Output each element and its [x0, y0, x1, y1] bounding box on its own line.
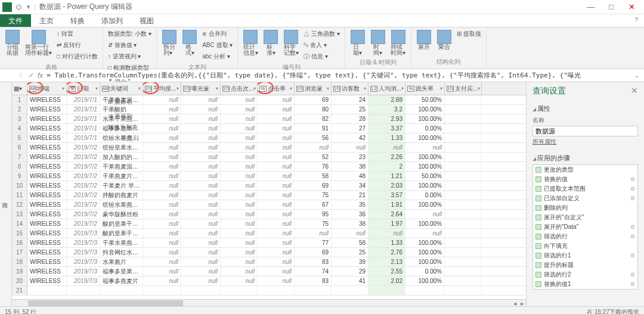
queries-sidebar[interactable]: 查询 [0, 82, 12, 306]
column-header[interactable]: %跳失率▾ [405, 82, 445, 95]
check-icon[interactable]: ✓ [29, 71, 34, 79]
ribbon-button[interactable]: ⇄ 反转行 [55, 40, 99, 51]
tab-transform[interactable]: 转换 [62, 14, 93, 27]
table-row[interactable]: 14WIRELESS2019/7/2酸奶坚果干果...nullnullnulln… [12, 219, 526, 229]
ribbon-button[interactable]: 标 准▾ [262, 29, 280, 57]
collapse-icon[interactable]: 〉 [19, 71, 25, 80]
ribbon-button[interactable]: ⊞ 提取值 [456, 29, 482, 39]
table-row[interactable]: 21 [12, 286, 526, 296]
ribbon-button[interactable]: 聚合 [435, 29, 453, 51]
ribbon-button[interactable]: □ 对行进行计数 [55, 51, 99, 62]
applied-step[interactable]: 提升的标题 [533, 260, 637, 270]
ribbon-button[interactable]: 将第一行 用作标题▾ [24, 29, 53, 57]
table-row[interactable]: 2WIRELESS2019/7/1干果酸奶nullnullnullnull802… [12, 105, 526, 114]
column-header[interactable]: 1²3访客数▾ [332, 82, 369, 95]
column-header[interactable]: 1²3平均搜...▾ [143, 82, 181, 95]
ribbon-button[interactable]: 格 式▾ [181, 29, 199, 57]
all-properties-link[interactable]: 所有属性 [532, 136, 638, 147]
ribbon-button[interactable]: ⊕ 合并列 [201, 29, 234, 39]
ribbon-button[interactable]: △ 三角函数 ▾ [302, 29, 341, 39]
ribbon-button[interactable]: ⇵ 替换值 ▾ [107, 40, 153, 51]
table-row[interactable]: 18WIRELESS2019/7/3水果脆片nullnullnullnull83… [12, 257, 526, 267]
table-row[interactable]: 5WIRELESS2019/7/1缤纷水果燕麦...nullnullnullnu… [12, 133, 526, 143]
column-header[interactable]: 📅日期▾ [67, 82, 100, 95]
ribbon-button[interactable]: 时 间▾ [369, 29, 387, 57]
applied-step[interactable]: 替换的值1⚙ [533, 279, 637, 289]
column-header[interactable]: 1²3浏览量▾ [295, 82, 332, 95]
ribbon-button[interactable]: 分组 依据 [4, 29, 21, 57]
ribbon-button[interactable]: abc 分析 ▾ [201, 51, 234, 62]
applied-step[interactable]: 更改的类型 [533, 165, 637, 175]
table-row[interactable]: 17WIRELESS2019/7/3抖音网红水果...nullnullnulln… [12, 248, 526, 257]
help-icon[interactable]: ? [628, 14, 644, 27]
ribbon-button[interactable]: 拆分 列▾ [160, 29, 178, 57]
applied-step[interactable]: 筛选的行2⚙ [533, 270, 637, 279]
applied-step[interactable]: 重命名的列 [533, 289, 637, 290]
table-row[interactable]: 20WIRELESS2019/7/3福事多燕麦片nullnullnullnull… [12, 276, 526, 286]
ribbon-button[interactable]: ↕ 逆透视列 ▾ [107, 51, 153, 62]
applied-step[interactable]: 向下填充 [533, 241, 637, 251]
table-row[interactable]: 19WIRELESS2019/7/3福事多坚果水...nullnullnulln… [12, 267, 526, 276]
table-row[interactable]: 7WIRELESS2019/7/2加入酸奶的干...nullnullnullnu… [12, 153, 526, 162]
formula-expand-icon[interactable]: ⌄ [634, 72, 639, 79]
table-row[interactable]: 1WIRELESS2019/7/1干果燕麦混合...nullnullnullnu… [12, 95, 526, 105]
formula-input[interactable] [47, 71, 631, 79]
applied-step[interactable]: 筛选的行⚙ [533, 232, 637, 241]
ribbon-button[interactable]: 数据类型: 小数 ▾ [107, 29, 153, 39]
tab-home[interactable]: 主页 [31, 14, 62, 27]
table-row[interactable]: 13WIRELESS2019/7/2豪华版酥丝粉nullnullnullnull… [12, 210, 526, 219]
table-row[interactable]: 9WIRELESS2019/7/2干果燕麦片混...nullnullnullnu… [12, 172, 526, 181]
maximize-button[interactable]: □ [601, 2, 621, 11]
qpane-close-icon[interactable]: ✕ [631, 86, 638, 97]
status-bar: 15 列, 52 行 在 16:27下载的预览 [0, 306, 644, 314]
properties-header[interactable]: 属性 [532, 102, 638, 115]
table-row[interactable]: 16WIRELESS2019/7/3干果水果燕麦...nullnullnulln… [12, 238, 526, 248]
applied-step[interactable]: 替换的值⚙ [533, 175, 637, 184]
tab-file[interactable]: 文件 [0, 14, 31, 27]
close-button[interactable]: ✕ [621, 2, 642, 11]
table-row[interactable]: 10WIRELESS2019/7/2干果麦片 早餐...nullnullnull… [12, 181, 526, 191]
ribbon-button[interactable]: 日 期▾ [349, 29, 367, 57]
column-header[interactable]: %点击率▾ [258, 82, 295, 95]
table-row[interactable]: 15WIRELESS2019/7/3酸奶坚果干果...nullnullnulln… [12, 229, 526, 238]
minimize-button[interactable]: — [581, 2, 601, 11]
table-row[interactable]: 3WIRELESS2019/7/1水果干果燕麦...nullnullnullnu… [12, 114, 526, 124]
applied-step[interactable]: 展开的"自定义" [533, 213, 637, 222]
ribbon-button[interactable]: ⓘ 信息 ▾ [302, 51, 341, 62]
ribbon-button[interactable]: 科学 记数▾ [282, 29, 300, 57]
name-label: 名称 [532, 115, 638, 126]
query-settings-pane: 查询设置 ✕ 属性 名称 所有属性 应用的步骤 更改的类型替换的值⚙已提取文本范… [526, 82, 644, 306]
applied-step[interactable]: 筛选的行1⚙ [533, 251, 637, 260]
ribbon-button[interactable]: ↕ 转置 [55, 29, 99, 39]
tab-addcol[interactable]: 添加列 [93, 14, 131, 27]
ribbon-button[interactable]: 统计 信息▾ [242, 29, 259, 57]
horizontal-scrollbar[interactable]: ◂ ▸ [12, 299, 526, 306]
table-row[interactable]: 11WIRELESS2019/7/2拌酸奶燕麦片nullnullnullnull… [12, 191, 526, 200]
ribbon-button[interactable]: ⁰₀ 舍入 ▾ [302, 40, 341, 51]
fx-icon[interactable]: fx [38, 71, 43, 80]
column-header[interactable]: 1²3点击次...▾ [221, 82, 258, 95]
corner-cell[interactable]: ▦▾ [12, 82, 27, 95]
ribbon-button[interactable]: 持续 时间▾ [389, 29, 407, 57]
query-name-input[interactable] [532, 126, 638, 136]
save-icon[interactable]: ⊙ [16, 2, 22, 11]
applied-step[interactable]: 已提取文本范围⚙ [533, 184, 637, 194]
steps-header[interactable]: 应用的步骤 [532, 152, 638, 164]
applied-step[interactable]: 删除的列 [533, 203, 637, 213]
table-row[interactable]: 4WIRELESS2019/7/1福事多坚果水...nullnullnullnu… [12, 124, 526, 133]
applied-step[interactable]: 展开的"Data"⚙ [533, 222, 637, 232]
tab-view[interactable]: 视图 [131, 14, 162, 27]
dropdown-icon[interactable]: ▾ [27, 3, 30, 11]
ribbon-button[interactable]: 展开 [415, 29, 433, 51]
table-row[interactable]: 8WIRELESS2019/7/2干果燕麦混合...nullnullnullnu… [12, 162, 526, 172]
table-row[interactable]: 12WIRELESS2019/7/2缤纷水果燕麦...nullnullnulln… [12, 200, 526, 210]
column-header[interactable]: 1.2人均浏...▾ [369, 82, 405, 95]
table-row[interactable]: 6WIRELESS2019/7/2缤纷坚果水果...nullnullnullnu… [12, 143, 526, 153]
column-header[interactable]: 1²3曝光量▾ [181, 82, 221, 95]
column-header[interactable]: ABC终端▾ [27, 82, 67, 95]
ribbon-button[interactable]: ABC 提取 ▾ [201, 40, 234, 51]
applied-step[interactable]: 已添加自定义⚙ [533, 194, 637, 203]
grid-body[interactable]: 1WIRELESS2019/7/1干果燕麦混合...nullnullnullnu… [12, 95, 526, 299]
column-header[interactable]: 1²3支付买...▾ [445, 82, 482, 95]
column-header[interactable]: ABC关键词▾ [100, 82, 143, 95]
